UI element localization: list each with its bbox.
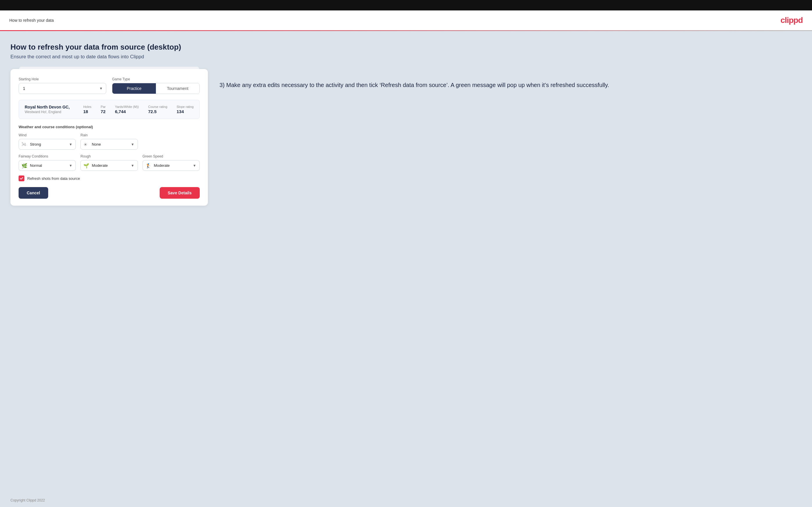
header: How to refresh your data clippd — [0, 10, 812, 31]
starting-hole-label: Starting Hole — [18, 77, 106, 81]
refresh-checkbox-row[interactable]: Refresh shots from data source — [18, 175, 200, 181]
rough-select[interactable]: Moderate — [81, 160, 138, 171]
green-speed-select[interactable]: Moderate — [143, 160, 200, 171]
green-speed-select-wrapper: 🏌 Moderate ▼ — [143, 160, 200, 171]
fairway-label: Fairway Conditions — [18, 154, 76, 158]
course-info: Royal North Devon GC, Westward Ho!, Engl… — [25, 105, 70, 114]
slope-rating-value: 134 — [176, 109, 184, 114]
refresh-checkbox-label: Refresh shots from data source — [27, 176, 80, 181]
game-type-label: Game Type — [112, 77, 200, 81]
instruction-panel: 3) Make any extra edits necessary to the… — [219, 69, 802, 90]
rain-group: Rain ☀ None ▼ — [81, 133, 138, 150]
page-subtitle: Ensure the correct and most up to date d… — [10, 54, 802, 60]
wind-group: Wind 🌬 Strong ▼ — [18, 133, 76, 150]
tournament-button[interactable]: Tournament — [156, 83, 199, 94]
course-rating-label: Course rating — [148, 105, 167, 109]
par-label: Par — [101, 105, 106, 109]
rough-label: Rough — [81, 154, 138, 158]
rain-label: Rain — [81, 133, 138, 137]
par-value: 72 — [101, 109, 106, 114]
rough-select-wrapper: 🌱 Moderate ▼ — [81, 160, 138, 171]
green-speed-label: Green Speed — [143, 154, 200, 158]
conditions-row-1: Wind 🌬 Strong ▼ Rain ☀ None — [18, 133, 200, 150]
holes-stat: Holes 18 — [83, 105, 92, 114]
course-stats: Holes 18 Par 72 Yards/White (M)) 6,744 — [83, 105, 194, 114]
course-rating-value: 72.5 — [148, 109, 156, 114]
course-name: Royal North Devon GC, — [25, 105, 70, 109]
content-row: Starting Hole 1 ▼ Game Type Practice Tou… — [10, 69, 802, 206]
form-row-1: Starting Hole 1 ▼ Game Type Practice Tou… — [18, 77, 200, 94]
instruction-text: 3) Make any extra edits necessary to the… — [219, 80, 802, 90]
course-rating-stat: Course rating 72.5 — [148, 105, 167, 114]
course-row: Royal North Devon GC, Westward Ho!, Engl… — [18, 100, 200, 119]
main-content: How to refresh your data from source (de… — [0, 31, 812, 494]
rain-select[interactable]: None — [81, 139, 138, 150]
copyright: Copyright Clippd 2022 — [10, 498, 45, 502]
yards-value: 6,744 — [115, 109, 126, 114]
wind-select[interactable]: Strong — [18, 139, 76, 150]
action-row: Cancel Save Details — [18, 187, 200, 199]
fairway-group: Fairway Conditions 🌿 Normal ▼ — [18, 154, 76, 171]
green-speed-group: Green Speed 🏌 Moderate ▼ — [143, 154, 200, 171]
page-title: How to refresh your data from source (de… — [10, 43, 802, 52]
logo: clippd — [781, 16, 803, 25]
course-location: Westward Ho!, England — [25, 110, 70, 114]
breadcrumb: How to refresh your data — [9, 18, 54, 22]
cancel-button[interactable]: Cancel — [18, 187, 48, 199]
save-button[interactable]: Save Details — [160, 187, 200, 199]
wind-select-wrapper: 🌬 Strong ▼ — [18, 139, 76, 150]
practice-button[interactable]: Practice — [112, 83, 156, 94]
slope-rating-label: Slope rating — [176, 105, 194, 109]
conditions-title: Weather and course conditions (optional) — [18, 125, 200, 129]
game-type-toggle: Practice Tournament — [112, 83, 200, 94]
game-type-group: Game Type Practice Tournament — [112, 77, 200, 94]
starting-hole-select-wrapper: 1 ▼ — [18, 83, 106, 94]
holes-label: Holes — [83, 105, 92, 109]
footer: Copyright Clippd 2022 — [0, 494, 812, 507]
conditions-row-2: Fairway Conditions 🌿 Normal ▼ Rough 🌱 — [18, 154, 200, 171]
wind-label: Wind — [18, 133, 76, 137]
holes-value: 18 — [83, 109, 88, 114]
course-main: Royal North Devon GC, Westward Ho!, Engl… — [25, 105, 194, 114]
fairway-select-wrapper: 🌿 Normal ▼ — [18, 160, 76, 171]
yards-stat: Yards/White (M)) 6,744 — [115, 105, 139, 114]
refresh-checkbox[interactable] — [18, 175, 24, 181]
starting-hole-group: Starting Hole 1 ▼ — [18, 77, 106, 94]
rough-group: Rough 🌱 Moderate ▼ — [81, 154, 138, 171]
form-card: Starting Hole 1 ▼ Game Type Practice Tou… — [10, 69, 208, 206]
starting-hole-select[interactable]: 1 — [18, 83, 106, 94]
fairway-select[interactable]: Normal — [18, 160, 76, 171]
rain-select-wrapper: ☀ None ▼ — [81, 139, 138, 150]
top-bar — [0, 0, 812, 10]
par-stat: Par 72 — [101, 105, 106, 114]
yards-label: Yards/White (M)) — [115, 105, 139, 109]
slope-rating-stat: Slope rating 134 — [176, 105, 194, 114]
